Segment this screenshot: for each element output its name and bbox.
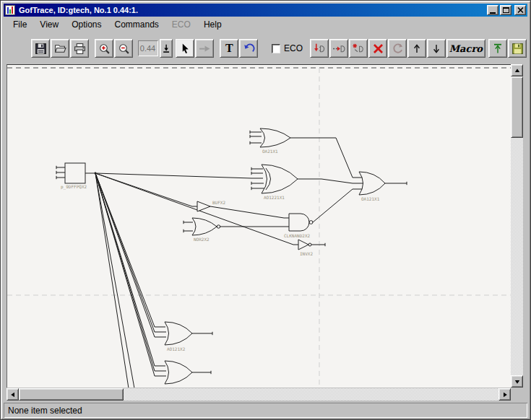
scroll-down-button[interactable] — [511, 375, 523, 388]
eco-checkbox-label: ECO — [284, 43, 303, 53]
net-junction — [95, 172, 97, 175]
vertical-scrollbar[interactable] — [511, 64, 523, 388]
minimize-icon — [490, 12, 496, 14]
gate-inv[interactable] — [298, 240, 311, 250]
status-text: None item selected — [8, 406, 82, 416]
horizontal-scrollbar[interactable] — [7, 388, 511, 401]
open-folder-icon — [54, 43, 66, 55]
eco-checkbox[interactable] — [272, 44, 280, 53]
close-button[interactable] — [514, 5, 526, 15]
schematic-svg: p_9DFFPQX2 OA21X1 AO1221X1 OA121X1 BUFX2… — [7, 65, 511, 388]
move-down-icon — [431, 43, 442, 55]
zoom-in-icon — [98, 43, 111, 55]
window-controls — [487, 5, 526, 15]
gate-oa121[interactable] — [359, 172, 385, 195]
gate-label: OA121X1 — [361, 196, 380, 201]
gate-label: AO1221X1 — [264, 195, 285, 200]
titlebar[interactable]: GofTrace, ID:gtech, No.1 0.44:1. — [4, 4, 527, 17]
app-icon — [5, 5, 15, 15]
trace-tool-button[interactable] — [195, 39, 214, 58]
text-tool-icon: T — [225, 42, 233, 55]
delete-button[interactable] — [368, 39, 387, 58]
connect-net-icon — [332, 43, 346, 55]
scrollbar-corner — [511, 388, 523, 401]
zoom-in-button[interactable] — [95, 39, 113, 58]
zoom-out-button[interactable] — [114, 39, 133, 58]
triangle-down-icon — [514, 379, 520, 385]
menubar: File View Options Commands ECO Help — [4, 17, 527, 32]
connect-net-button[interactable] — [329, 39, 348, 58]
schematic-canvas[interactable]: p_9DFFPQX2 OA21X1 AO1221X1 OA121X1 BUFX2… — [7, 64, 511, 388]
restore-button[interactable] — [388, 39, 407, 58]
new-gate-button[interactable] — [349, 39, 368, 58]
scroll-left-button[interactable] — [7, 388, 19, 401]
menu-commands[interactable]: Commands — [108, 18, 165, 31]
macro-label: Macro — [446, 43, 485, 54]
scroll-right-button[interactable] — [498, 388, 511, 401]
gates — [65, 128, 385, 384]
menu-eco: ECO — [165, 18, 197, 31]
triangle-up-icon — [514, 68, 520, 74]
gate-label: OA21X1 — [262, 149, 278, 154]
vscroll-track[interactable] — [511, 76, 523, 375]
vscroll-thumb[interactable] — [511, 76, 523, 138]
delete-icon — [372, 43, 384, 55]
macro-button[interactable]: Macro — [446, 39, 485, 58]
move-down-button[interactable] — [427, 39, 446, 58]
insert-gate-button[interactable] — [310, 39, 329, 58]
gate-label: BUFX2 — [212, 200, 225, 205]
hscroll-thumb[interactable] — [19, 388, 124, 401]
print-button[interactable] — [70, 39, 89, 58]
zoom-value-field[interactable] — [138, 40, 158, 56]
pointer-tool-button[interactable] — [176, 39, 194, 58]
menu-file[interactable]: File — [7, 18, 33, 31]
gate-bottom[interactable] — [165, 361, 192, 384]
maximize-button[interactable] — [500, 5, 511, 15]
restore-icon — [392, 43, 404, 55]
move-up-button[interactable] — [407, 39, 426, 58]
gate-ao121[interactable] — [165, 322, 192, 345]
apply-zoom-button[interactable] — [160, 39, 173, 58]
pointer-icon — [179, 43, 191, 55]
new-gate-icon — [352, 43, 366, 55]
sheet-guides — [7, 68, 511, 388]
menu-options[interactable]: Options — [65, 18, 108, 31]
menu-help[interactable]: Help — [197, 18, 228, 31]
undo-icon — [243, 43, 255, 55]
gate-buffer[interactable] — [197, 201, 210, 211]
goto-top-icon — [492, 43, 504, 55]
gate-label: NOR2X2 — [194, 237, 210, 242]
gate-nor2[interactable] — [192, 218, 220, 235]
gate-ao1221[interactable] — [262, 165, 298, 193]
save-icon — [35, 43, 47, 55]
print-icon — [74, 43, 86, 55]
trace-arrow-icon — [198, 43, 212, 55]
gate-dff[interactable] — [65, 163, 85, 183]
open-button[interactable] — [51, 39, 69, 58]
toolbar: T ECO — [4, 34, 527, 63]
insert-gate-icon — [313, 43, 327, 55]
triangle-left-icon — [10, 392, 16, 398]
close-icon — [517, 7, 524, 13]
gate-clknand2[interactable] — [289, 214, 313, 231]
menu-view[interactable]: View — [33, 18, 65, 31]
save-button[interactable] — [31, 39, 50, 58]
scroll-up-button[interactable] — [511, 64, 523, 76]
triangle-right-icon — [502, 392, 508, 398]
save-session-icon — [511, 43, 524, 55]
gate-labels: p_9DFFPQX2 OA21X1 AO1221X1 OA121X1 BUFX2… — [61, 149, 380, 351]
gate-oa21[interactable] — [260, 128, 290, 147]
app-window: GofTrace, ID:gtech, No.1 0.44:1. File Vi… — [0, 0, 531, 420]
save-session-button[interactable] — [508, 39, 527, 58]
gate-label: p_9DFFPQX2 — [61, 184, 87, 190]
gate-label: INVX2 — [300, 251, 313, 256]
minimize-button[interactable] — [487, 5, 498, 15]
goto-top-button[interactable] — [488, 39, 507, 58]
move-up-icon — [411, 43, 423, 55]
statusbar: None item selected — [4, 403, 527, 418]
undo-button[interactable] — [239, 39, 258, 58]
apply-zoom-icon — [162, 43, 170, 54]
text-tool-button[interactable]: T — [220, 39, 238, 58]
maximize-icon — [503, 7, 509, 13]
hscroll-track[interactable] — [19, 388, 498, 401]
